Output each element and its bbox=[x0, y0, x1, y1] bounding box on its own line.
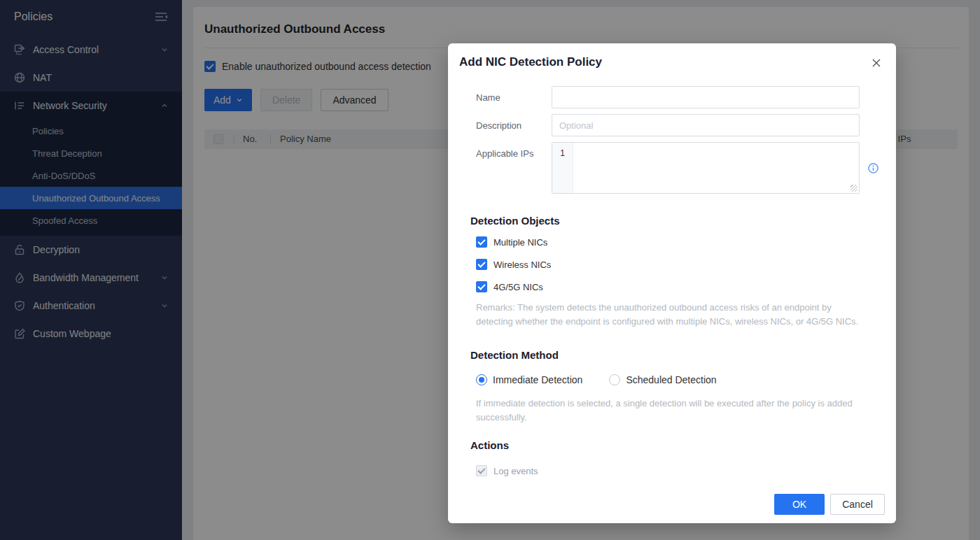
dialog-body: Name Description Applicable IPs 1 Detect… bbox=[448, 69, 896, 482]
close-button[interactable] bbox=[868, 55, 885, 71]
line-number-gutter: 1 bbox=[552, 143, 573, 193]
ok-button[interactable]: OK bbox=[774, 494, 825, 515]
info-icon[interactable] bbox=[868, 163, 878, 173]
applicable-ips-editor: 1 bbox=[552, 142, 860, 194]
log-events-row: Log events bbox=[448, 460, 896, 482]
scheduled-detection-radio[interactable] bbox=[609, 374, 620, 385]
applicable-ips-textarea[interactable] bbox=[573, 143, 859, 193]
4g5g-nics-row: 4G/5G NICs bbox=[448, 276, 896, 298]
detection-method-options: Immediate Detection Scheduled Detection bbox=[448, 369, 896, 391]
wireless-nics-label: Wireless NICs bbox=[493, 260, 551, 270]
4g5g-nics-label: 4G/5G NICs bbox=[493, 282, 543, 292]
app-window: Policies Access Control NAT Network bbox=[0, 0, 980, 540]
close-icon bbox=[872, 58, 881, 68]
dialog-footer: OK Cancel bbox=[774, 494, 885, 515]
multiple-nics-label: Multiple NICs bbox=[493, 237, 547, 248]
add-nic-detection-policy-dialog: Add NIC Detection Policy Name Descriptio… bbox=[448, 43, 896, 523]
cancel-button[interactable]: Cancel bbox=[830, 494, 885, 515]
wireless-nics-checkbox[interactable] bbox=[476, 259, 487, 270]
4g5g-nics-checkbox[interactable] bbox=[476, 281, 487, 292]
multiple-nics-checkbox[interactable] bbox=[476, 236, 487, 248]
scheduled-detection-label: Scheduled Detection bbox=[626, 374, 716, 385]
immediate-detection-radio[interactable] bbox=[476, 374, 487, 385]
description-field-row: Description bbox=[448, 114, 896, 136]
name-field-row: Name bbox=[448, 86, 896, 108]
log-events-checkbox bbox=[476, 465, 487, 476]
detection-objects-heading: Detection Objects bbox=[470, 215, 896, 227]
dialog-title: Add NIC Detection Policy bbox=[448, 43, 896, 69]
applicable-ips-label: Applicable IPs bbox=[476, 142, 552, 159]
applicable-ips-field-row: Applicable IPs 1 bbox=[448, 142, 896, 194]
detection-method-heading: Detection Method bbox=[470, 349, 896, 361]
name-input[interactable] bbox=[552, 86, 860, 108]
multiple-nics-row: Multiple NICs bbox=[448, 231, 896, 253]
immediate-detection-label: Immediate Detection bbox=[493, 374, 582, 385]
log-events-label: Log events bbox=[493, 466, 538, 476]
actions-heading: Actions bbox=[470, 439, 896, 451]
resize-handle-icon[interactable] bbox=[850, 185, 858, 192]
detection-method-note: If immediate detection is selected, a si… bbox=[476, 397, 868, 425]
name-label: Name bbox=[476, 92, 552, 103]
description-input[interactable] bbox=[552, 114, 860, 136]
detection-objects-remarks: Remarks: The system detects the unauthor… bbox=[476, 301, 868, 329]
description-label: Description bbox=[476, 120, 552, 131]
wireless-nics-row: Wireless NICs bbox=[448, 253, 896, 276]
